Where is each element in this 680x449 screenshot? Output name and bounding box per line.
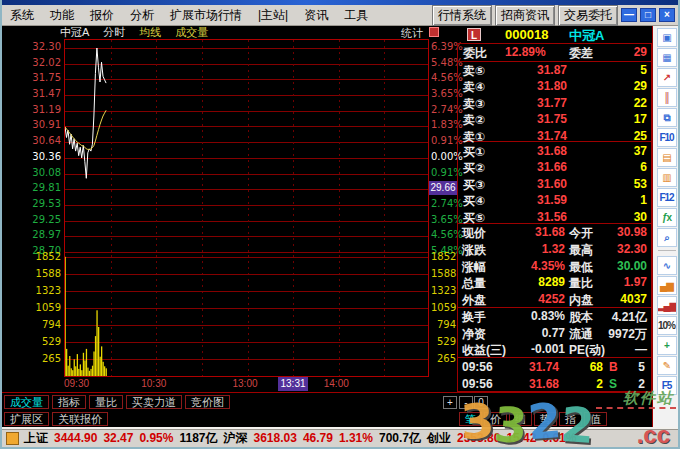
minimize-pane-button[interactable]: - [459,396,473,409]
menu-item[interactable]: 功能 [42,7,82,24]
cursor-price-label: 29.66 [429,181,457,195]
order-price[interactable]: 31.56 [503,210,567,224]
quick-button[interactable]: 招商资讯 [495,5,555,26]
quote-screen-icon[interactable]: ▣ [657,28,677,47]
order-price[interactable]: 31.80 [503,79,567,93]
index-pct: 0.95% [139,431,173,445]
trend-chart-icon[interactable]: ↗ [657,68,677,87]
order-price[interactable]: 31.75 [503,112,567,126]
menu-item[interactable]: 工具 [336,7,376,24]
bottom-tab-row-2: 扩展区关联报价笔价细势指值 [2,410,652,427]
detach-icon[interactable] [429,27,439,37]
stat-value: 0.83% [499,309,565,323]
panel-tab[interactable]: 细 [509,412,532,426]
order-book-row[interactable]: 卖①31.7425 [457,129,652,145]
time-tick-label: 13:00 [233,378,258,389]
order-book-row[interactable]: 买⑤31.5630 [457,210,652,226]
kline-chart-icon[interactable]: ║ [657,88,677,107]
order-book-row[interactable]: 卖②31.7517 [457,112,652,128]
menu-item[interactable]: 扩展市场行情 [162,7,250,24]
order-level-label: 卖③ [463,96,485,113]
panel-tab[interactable]: 价 [484,412,507,426]
tick-price: 31.68 [501,377,559,391]
formula-icon[interactable]: ƒx [657,208,677,227]
volume-axis-label: 1852 [431,251,456,263]
search-icon[interactable]: ⌕ [657,228,677,247]
file-folder-icon[interactable]: ▤ [657,148,677,167]
view-tab[interactable]: 竞价图 [185,395,230,409]
minimize-button[interactable]: — [621,8,637,22]
order-price[interactable]: 31.66 [503,160,567,174]
order-book-row[interactable]: 买③31.6053 [457,177,652,193]
index-name[interactable]: 上证 [24,430,48,447]
f5-refresh-icon[interactable]: F5 [657,376,677,395]
order-price[interactable]: 31.74 [503,129,567,143]
index-name[interactable]: 创业 [427,430,451,447]
stock-code[interactable]: 000018 [505,27,548,42]
index-name[interactable]: 沪深 [224,430,248,447]
grid-quote-icon[interactable]: ▦ [657,48,677,67]
quick-button[interactable]: 交易委托 [558,5,618,26]
area-chart-icon[interactable]: ▄▆ [657,276,677,295]
f12-trade-icon[interactable]: F12 [657,188,677,207]
menu-item[interactable]: 报价 [82,7,122,24]
quick-button[interactable]: 行情系统 [432,5,492,26]
panel-tab[interactable]: 值 [584,412,607,426]
order-book-row[interactable]: 买②31.666 [457,160,652,176]
order-book-row[interactable]: 卖④31.8029 [457,79,652,95]
menu-item[interactable]: 系统 [2,7,42,24]
add-box-icon[interactable]: + [657,336,677,355]
windows-layout-icon[interactable]: ⧉ [657,108,677,127]
panel-tab[interactable]: 笔 [459,412,482,426]
percent-axis-label: 0.91% [431,167,456,179]
restore-pane-button[interactable]: 0 [474,396,488,409]
order-price[interactable]: 31.59 [503,193,567,207]
close-button[interactable]: × [659,8,675,22]
order-volume: 1 [575,193,647,207]
volume-plot[interactable] [64,255,429,377]
pencil-icon[interactable]: ✎ [657,356,677,375]
menu-item[interactable]: 分析 [122,7,162,24]
restore-button[interactable]: □ [640,8,656,22]
volume-axis-label: 1323 [2,285,61,297]
price-axis-label: 32.02 [2,57,61,69]
order-book-row[interactable]: 买①31.6837 [457,144,652,160]
multiline-chart-icon[interactable]: ∿ [657,256,677,275]
order-price[interactable]: 31.60 [503,177,567,191]
order-price[interactable]: 31.68 [503,144,567,158]
notebook-icon[interactable]: ▥ [657,168,677,187]
extension-tab[interactable]: 关联报价 [52,412,108,426]
histogram-icon[interactable]: ▂▄▆ [657,296,677,315]
menu-item[interactable]: 资讯 [296,7,336,24]
order-price[interactable]: 31.87 [503,63,567,77]
view-tab[interactable]: 成交量 [4,395,49,409]
panel-tab[interactable]: 指 [559,412,582,426]
view-tab[interactable]: 买卖力道 [126,395,182,409]
ten-percent-icon[interactable]: 10% [657,316,677,335]
panel-tab[interactable]: 势 [534,412,557,426]
view-tab[interactable]: 指标 [52,395,86,409]
status-panel-icon[interactable] [6,432,19,445]
order-book-row[interactable]: 卖③31.7722 [457,96,652,112]
order-book-row[interactable]: 买④31.591 [457,193,652,209]
stat-label: 现价 [462,225,486,242]
add-pane-button[interactable]: + [443,396,457,409]
mode-minute[interactable]: 分时 [103,26,125,39]
view-tab[interactable]: 量比 [89,395,123,409]
volume-pane[interactable]: 1852185215881588132313231059105979479452… [2,255,457,377]
stat-value: — [583,342,647,356]
order-book-row[interactable]: 卖⑤31.875 [457,63,652,79]
mode-volume[interactable]: 成交量 [175,26,208,39]
price-pane[interactable]: 32.3032.0231.7531.4731.1930.9130.6430.36… [2,39,457,255]
mode-average[interactable]: 均线 [139,26,161,39]
index-change: 15.42 [506,431,536,445]
f10-info-icon[interactable]: F10 [657,128,677,147]
volume-axis-label: 265 [2,353,61,365]
order-volume: 6 [575,160,647,174]
price-plot[interactable] [64,39,429,255]
index-change: 46.79 [303,431,333,445]
stat-value: 4.21亿 [583,309,647,326]
extension-tab[interactable]: 扩展区 [4,412,49,426]
menu-item[interactable]: |主站| [250,7,296,24]
order-price[interactable]: 31.77 [503,96,567,110]
